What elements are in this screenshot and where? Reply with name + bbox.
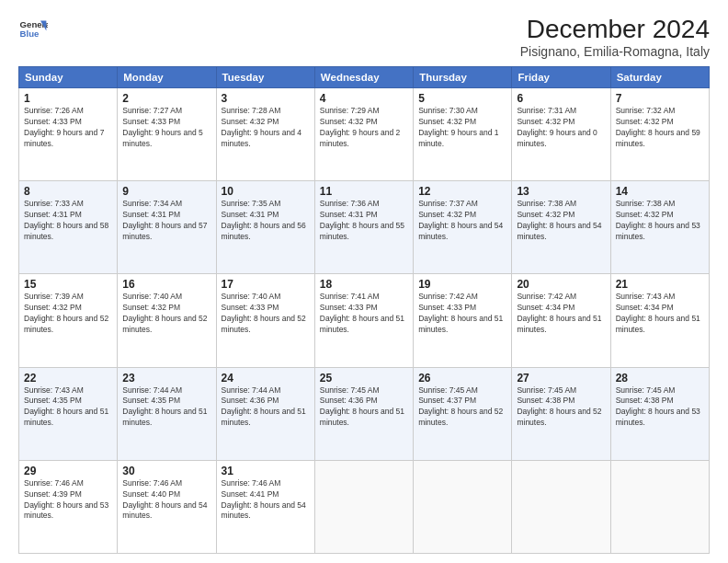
day-number: 4 (320, 92, 408, 105)
daylight-text: Daylight: 8 hours and 51 minutes. (517, 314, 601, 334)
sunset-text: Sunset: 4:32 PM (418, 210, 476, 219)
svg-text:Blue: Blue (20, 29, 40, 39)
daylight-text: Daylight: 8 hours and 51 minutes. (222, 407, 306, 427)
sunset-text: Sunset: 4:32 PM (122, 303, 180, 312)
day-info: Sunrise: 7:45 AM Sunset: 4:37 PM Dayligh… (418, 385, 506, 430)
table-row: 1 Sunrise: 7:26 AM Sunset: 4:33 PM Dayli… (19, 88, 118, 181)
daylight-text: Daylight: 8 hours and 58 minutes. (24, 221, 108, 241)
header-saturday: Saturday (610, 67, 709, 88)
daylight-text: Daylight: 9 hours and 2 minutes. (320, 128, 400, 148)
daylight-text: Daylight: 8 hours and 56 minutes. (222, 221, 306, 241)
sunset-text: Sunset: 4:31 PM (24, 210, 82, 219)
day-number: 18 (320, 278, 408, 291)
table-row: 28 Sunrise: 7:45 AM Sunset: 4:38 PM Dayl… (610, 367, 709, 460)
sunrise-text: Sunrise: 7:45 AM (418, 385, 478, 395)
logo-icon: General Blue (18, 15, 48, 44)
sunrise-text: Sunrise: 7:33 AM (24, 199, 84, 208)
table-row: 26 Sunrise: 7:45 AM Sunset: 4:37 PM Dayl… (414, 367, 512, 460)
sunrise-text: Sunrise: 7:38 AM (517, 199, 576, 208)
day-info: Sunrise: 7:40 AM Sunset: 4:32 PM Dayligh… (122, 292, 210, 336)
day-info: Sunrise: 7:44 AM Sunset: 4:35 PM Dayligh… (122, 385, 210, 430)
sunrise-text: Sunrise: 7:41 AM (320, 292, 380, 301)
sunrise-text: Sunrise: 7:45 AM (616, 385, 676, 395)
table-row: 3 Sunrise: 7:28 AM Sunset: 4:32 PM Dayli… (216, 88, 314, 181)
sunrise-text: Sunrise: 7:43 AM (24, 385, 84, 395)
daylight-text: Daylight: 8 hours and 52 minutes. (418, 407, 503, 427)
day-info: Sunrise: 7:27 AM Sunset: 4:33 PM Dayligh… (122, 106, 210, 150)
day-info: Sunrise: 7:46 AM Sunset: 4:39 PM Dayligh… (24, 478, 112, 523)
day-number: 16 (122, 278, 210, 291)
table-row: 5 Sunrise: 7:30 AM Sunset: 4:32 PM Dayli… (414, 88, 512, 181)
sunset-text: Sunset: 4:33 PM (24, 117, 82, 126)
header-thursday: Thursday (414, 67, 512, 88)
sunset-text: Sunset: 4:38 PM (517, 396, 574, 405)
day-number: 29 (24, 465, 112, 477)
day-number: 12 (418, 185, 506, 198)
sunrise-text: Sunrise: 7:46 AM (122, 478, 182, 488)
table-row (314, 460, 413, 553)
daylight-text: Daylight: 8 hours and 51 minutes. (320, 407, 404, 427)
calendar-week-row: 22 Sunrise: 7:43 AM Sunset: 4:35 PM Dayl… (19, 367, 710, 460)
day-number: 20 (517, 278, 605, 291)
day-number: 24 (222, 372, 310, 385)
day-number: 30 (122, 465, 210, 477)
daylight-text: Daylight: 8 hours and 55 minutes. (320, 221, 404, 241)
day-info: Sunrise: 7:46 AM Sunset: 4:40 PM Dayligh… (122, 478, 210, 523)
day-number: 25 (320, 372, 408, 385)
header: General Blue December 2024 Pisignano, Em… (18, 15, 710, 59)
sunset-text: Sunset: 4:32 PM (517, 117, 574, 126)
page: General Blue December 2024 Pisignano, Em… (0, 0, 728, 563)
day-info: Sunrise: 7:29 AM Sunset: 4:32 PM Dayligh… (320, 106, 408, 150)
day-number: 15 (24, 278, 112, 291)
sunrise-text: Sunrise: 7:44 AM (222, 385, 281, 395)
day-info: Sunrise: 7:30 AM Sunset: 4:32 PM Dayligh… (418, 106, 506, 150)
sunset-text: Sunset: 4:35 PM (122, 396, 180, 405)
table-row: 29 Sunrise: 7:46 AM Sunset: 4:39 PM Dayl… (19, 460, 118, 553)
calendar-table: Sunday Monday Tuesday Wednesday Thursday… (18, 66, 710, 554)
daylight-text: Daylight: 8 hours and 54 minutes. (418, 221, 503, 241)
table-row: 14 Sunrise: 7:38 AM Sunset: 4:32 PM Dayl… (610, 181, 709, 274)
daylight-text: Daylight: 8 hours and 51 minutes. (24, 407, 108, 427)
sunset-text: Sunset: 4:35 PM (24, 396, 82, 405)
subtitle: Pisignano, Emilia-Romagna, Italy (520, 44, 710, 59)
table-row: 2 Sunrise: 7:27 AM Sunset: 4:33 PM Dayli… (118, 88, 216, 181)
table-row: 30 Sunrise: 7:46 AM Sunset: 4:40 PM Dayl… (118, 460, 216, 553)
sunset-text: Sunset: 4:32 PM (320, 117, 378, 126)
table-row: 10 Sunrise: 7:35 AM Sunset: 4:31 PM Dayl… (216, 181, 314, 274)
day-number: 27 (517, 372, 605, 385)
table-row: 21 Sunrise: 7:43 AM Sunset: 4:34 PM Dayl… (610, 274, 709, 367)
sunset-text: Sunset: 4:41 PM (222, 489, 279, 499)
table-row: 6 Sunrise: 7:31 AM Sunset: 4:32 PM Dayli… (512, 88, 610, 181)
daylight-text: Daylight: 8 hours and 53 minutes. (616, 407, 700, 427)
day-info: Sunrise: 7:37 AM Sunset: 4:32 PM Dayligh… (418, 199, 506, 243)
calendar-week-row: 1 Sunrise: 7:26 AM Sunset: 4:33 PM Dayli… (19, 88, 710, 181)
sunrise-text: Sunrise: 7:36 AM (320, 199, 380, 208)
sunset-text: Sunset: 4:33 PM (222, 303, 279, 312)
sunrise-text: Sunrise: 7:26 AM (24, 106, 84, 115)
sunset-text: Sunset: 4:31 PM (122, 210, 180, 219)
day-info: Sunrise: 7:43 AM Sunset: 4:35 PM Dayligh… (24, 385, 112, 430)
sunset-text: Sunset: 4:32 PM (616, 210, 674, 219)
day-info: Sunrise: 7:31 AM Sunset: 4:32 PM Dayligh… (517, 106, 605, 150)
daylight-text: Daylight: 8 hours and 51 minutes. (418, 314, 503, 334)
sunrise-text: Sunrise: 7:40 AM (122, 292, 182, 301)
sunrise-text: Sunrise: 7:34 AM (122, 199, 182, 208)
day-number: 19 (418, 278, 506, 291)
daylight-text: Daylight: 9 hours and 5 minutes. (122, 128, 202, 148)
day-number: 21 (616, 278, 704, 291)
calendar-header-row: Sunday Monday Tuesday Wednesday Thursday… (19, 67, 710, 88)
sunset-text: Sunset: 4:33 PM (122, 117, 180, 126)
day-number: 1 (24, 92, 112, 105)
sunrise-text: Sunrise: 7:46 AM (24, 478, 84, 488)
daylight-text: Daylight: 8 hours and 54 minutes. (517, 221, 601, 241)
table-row: 7 Sunrise: 7:32 AM Sunset: 4:32 PM Dayli… (610, 88, 709, 181)
table-row: 17 Sunrise: 7:40 AM Sunset: 4:33 PM Dayl… (216, 274, 314, 367)
day-number: 14 (616, 185, 704, 198)
sunset-text: Sunset: 4:32 PM (418, 117, 476, 126)
sunset-text: Sunset: 4:32 PM (222, 117, 279, 126)
sunrise-text: Sunrise: 7:29 AM (320, 106, 380, 115)
daylight-text: Daylight: 8 hours and 52 minutes. (122, 314, 207, 334)
daylight-text: Daylight: 9 hours and 1 minute. (418, 128, 498, 148)
table-row: 4 Sunrise: 7:29 AM Sunset: 4:32 PM Dayli… (314, 88, 413, 181)
table-row (414, 460, 512, 553)
